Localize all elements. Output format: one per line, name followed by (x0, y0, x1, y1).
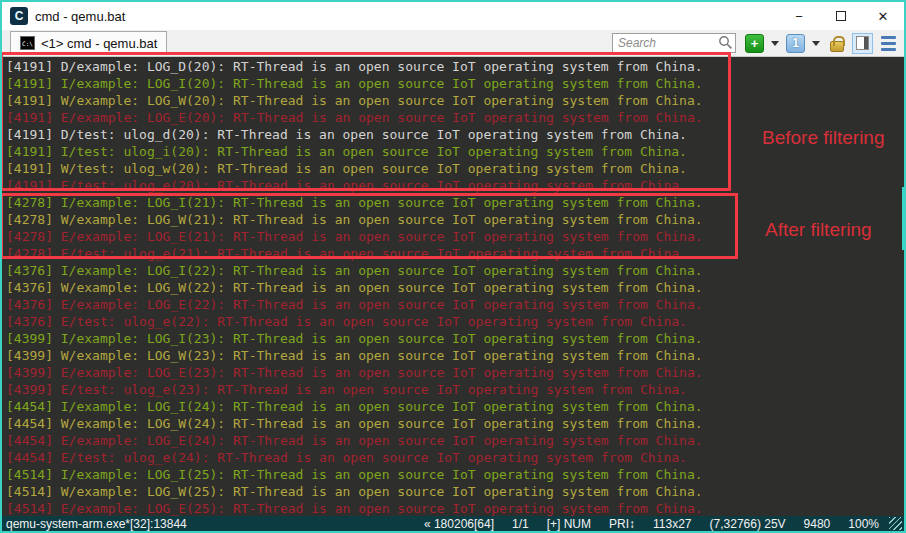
terminal-line: [4399] W/example: LOG_W(23): RT-Thread i… (6, 347, 904, 364)
before-filtering-label: Before filtering (762, 127, 885, 149)
terminal-line: [4191] D/example: LOG_D(20): RT-Thread i… (6, 58, 904, 75)
tab-cmd-qemu[interactable]: C:\ <1> cmd - qemu.bat (10, 31, 167, 55)
lock-icon[interactable] (830, 41, 844, 52)
terminal-line: [4376] W/example: LOG_W(22): RT-Thread i… (6, 279, 904, 296)
statusbar-item: « 180206[64] (424, 517, 494, 531)
terminal-line: [4191] W/example: LOG_W(20): RT-Thread i… (6, 92, 904, 109)
close-button[interactable]: ✕ (862, 3, 904, 30)
terminal-line: [4376] E/example: LOG_E(22): RT-Thread i… (6, 296, 904, 313)
conemu-app-icon: C (10, 7, 28, 25)
statusbar-item: [+] NUM (547, 517, 591, 531)
maximize-button[interactable] (820, 3, 862, 30)
maximize-icon (836, 11, 846, 21)
statusbar-item: 100% (848, 517, 879, 531)
terminal-output[interactable]: [4191] D/example: LOG_D(20): RT-Thread i… (2, 57, 904, 516)
statusbar-item: (7,32766) 25V (710, 517, 786, 531)
terminal-line: [4278] E/test: ulog_e(21): RT-Thread is … (6, 245, 904, 262)
terminal-line: [4399] E/example: LOG_E(23): RT-Thread i… (6, 364, 904, 381)
statusbar-item: PRI↕ (609, 517, 635, 531)
window-dropdown-icon[interactable] (812, 41, 820, 46)
terminal-line: [4454] I/example: LOG_I(24): RT-Thread i… (6, 398, 904, 415)
statusbar-items: « 180206[64]1/1[+] NUMPRI↕113x27(7,32766… (406, 517, 879, 531)
terminal-line: [4376] I/example: LOG_I(22): RT-Thread i… (6, 262, 904, 279)
terminal-line: [4278] I/example: LOG_I(21): RT-Thread i… (6, 194, 904, 211)
menu-icon[interactable] (881, 36, 896, 51)
cmd-icon: C:\ (20, 36, 35, 50)
terminal-line: [4399] I/example: LOG_I(23): RT-Thread i… (6, 330, 904, 347)
window-title: cmd - qemu.bat (35, 9, 125, 24)
terminal-line: [4454] E/example: LOG_E(24): RT-Thread i… (6, 432, 904, 449)
terminal-area: [4191] D/example: LOG_D(20): RT-Thread i… (2, 57, 904, 516)
conemu-window: C cmd - qemu.bat − ✕ C:\ <1> cmd - qemu.… (0, 0, 906, 533)
resize-grip-icon[interactable] (889, 517, 902, 530)
after-filtering-label: After filtering (765, 219, 872, 241)
terminal-line: [4376] E/test: ulog_e(22): RT-Thread is … (6, 313, 904, 330)
terminal-line: [4514] E/example: LOG_E(25): RT-Thread i… (6, 500, 904, 516)
process-name: qemu-system-arm.exe*[32]:13844 (6, 517, 187, 531)
scrollbar-toggle-button[interactable] (852, 33, 873, 54)
terminal-line: [4454] W/example: LOG_W(24): RT-Thread i… (6, 415, 904, 432)
window-number-button[interactable]: 1 (786, 34, 805, 53)
search-box (612, 33, 736, 53)
tab-label: <1> cmd - qemu.bat (41, 36, 157, 51)
terminal-line: [4454] E/test: ulog_e(24): RT-Thread is … (6, 449, 904, 466)
status-bar: qemu-system-arm.exe*[32]:13844 « 180206[… (2, 516, 904, 531)
panel-icon (856, 36, 869, 50)
title-bar: C cmd - qemu.bat − ✕ (2, 2, 904, 30)
minimize-button[interactable]: − (778, 3, 820, 30)
new-console-button[interactable]: + (745, 34, 764, 53)
terminal-line: [4514] I/example: LOG_I(25): RT-Thread i… (6, 466, 904, 483)
scrollbar-thumb[interactable] (902, 187, 906, 250)
toolbar: + 1 (612, 33, 896, 54)
terminal-line: [4191] E/test: ulog_e(20): RT-Thread is … (6, 177, 904, 194)
search-icon (718, 35, 733, 50)
statusbar-item: 9480 (804, 517, 831, 531)
new-console-dropdown-icon[interactable] (771, 41, 779, 46)
statusbar-item: 113x27 (653, 517, 691, 531)
terminal-line: [4191] W/test: ulog_w(20): RT-Thread is … (6, 160, 904, 177)
statusbar-item: 1/1 (512, 517, 529, 531)
terminal-line: [4191] I/example: LOG_I(20): RT-Thread i… (6, 75, 904, 92)
tab-bar: C:\ <1> cmd - qemu.bat + 1 (2, 30, 904, 57)
terminal-line: [4191] E/example: LOG_E(20): RT-Thread i… (6, 109, 904, 126)
terminal-line: [4399] E/test: ulog_e(23): RT-Thread is … (6, 381, 904, 398)
terminal-line: [4514] W/example: LOG_W(25): RT-Thread i… (6, 483, 904, 500)
